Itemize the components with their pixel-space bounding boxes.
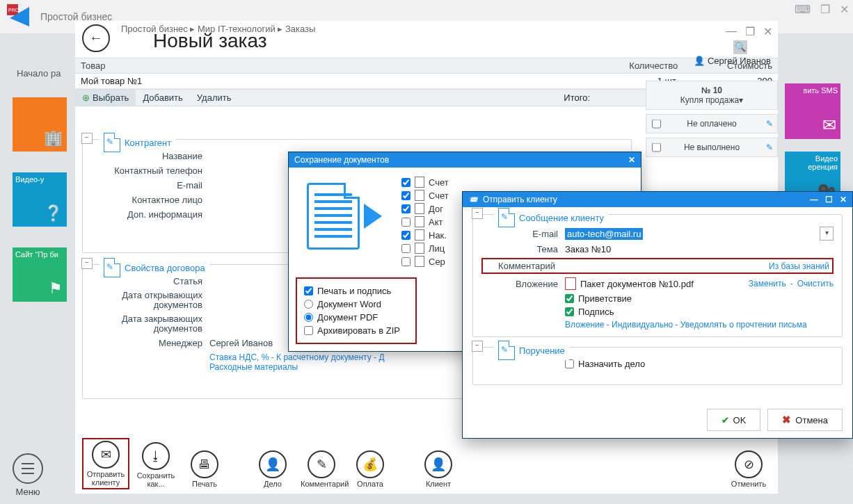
email-field[interactable]: auto-tech@mail.ru ▾ [565, 227, 834, 241]
paid-status-box[interactable]: Не оплачено ✎ [646, 114, 778, 133]
doc-item[interactable]: Лиц [401, 243, 449, 254]
print-sign-option[interactable]: Печать и подпись [304, 286, 408, 296]
action-case[interactable]: 👤Дело [252, 450, 294, 488]
order-number: № 10 [652, 86, 772, 95]
done-checkbox[interactable] [652, 143, 661, 152]
order-number-box[interactable]: № 10 Купля продажа▾ [646, 81, 778, 110]
close-icon[interactable]: ✕ [840, 195, 847, 204]
current-user[interactable]: 👤Сергей Иванов [694, 56, 771, 66]
action-send-client[interactable]: ✉Отправить клиенту [83, 439, 128, 488]
label-phone: Контактный телефон [91, 165, 202, 176]
back-button[interactable]: ← [82, 24, 110, 52]
paid-checkbox[interactable] [652, 120, 661, 129]
message-links[interactable]: Вложение - Индивидуально - Уведомлять о … [565, 320, 834, 330]
attachment-field[interactable]: Пакет документов №10.pdf Заменить - Очис… [565, 277, 834, 290]
dropdown-icon[interactable]: ▾ [820, 227, 834, 241]
doc-checkbox[interactable] [401, 244, 410, 253]
label-comment: Комментарий [486, 261, 555, 271]
greeting-checkbox[interactable] [565, 294, 574, 303]
zip-checkbox[interactable] [304, 326, 313, 335]
tile-left-1[interactable]: 🏢 [13, 97, 67, 152]
doc-item[interactable]: Счет [401, 177, 449, 188]
label-person: Контактное лицо [91, 195, 202, 205]
assign-checkbox[interactable] [565, 359, 574, 368]
action-cancel[interactable]: ⊘Отменить [728, 450, 770, 488]
tile-left-3[interactable]: Сайт "Пр би⚑ [13, 247, 67, 302]
tile-label: Видео еренция [808, 154, 838, 171]
ok-button[interactable]: ✔OK [707, 409, 761, 431]
assign-case-option[interactable]: Назначить дело [565, 359, 834, 369]
pdf-option[interactable]: Документ PDF [304, 312, 408, 323]
word-option[interactable]: Документ Word [304, 299, 408, 309]
user-icon: 👤 [694, 56, 705, 66]
maximize-icon[interactable]: ☐ [825, 195, 833, 204]
select-button[interactable]: ⊕Выбрать [75, 90, 136, 106]
add-button[interactable]: Добавить [136, 90, 189, 106]
doc-checkbox[interactable] [401, 204, 410, 213]
collapse-toggle[interactable]: − [472, 208, 483, 219]
doc-item[interactable]: Сер [401, 256, 449, 267]
doc-item[interactable]: Нак. [401, 229, 449, 241]
subject-field[interactable]: Заказ №10 [565, 244, 834, 254]
signature-checkbox[interactable] [565, 307, 574, 316]
pencil-icon: ✎ [317, 457, 327, 472]
pdf-radio[interactable] [304, 313, 313, 322]
label-open-date: Дата открывающих документов [91, 291, 202, 310]
edit-icon[interactable]: ✎ [766, 119, 773, 129]
action-pay[interactable]: 💰Оплата [349, 450, 391, 488]
cancel-button[interactable]: ✖Отмена [767, 409, 843, 431]
delete-button[interactable]: Удалить [190, 90, 239, 106]
print-sign-checkbox[interactable] [304, 286, 313, 295]
action-print[interactable]: 🖶Печать [184, 450, 225, 488]
edit-icon[interactable]: ✎ [766, 143, 773, 152]
doc-checkbox[interactable] [401, 178, 410, 187]
sms-icon: ✉ [822, 115, 836, 135]
greeting-option[interactable]: Приветствие [565, 293, 834, 304]
col-qty[interactable]: Количество [589, 58, 683, 74]
collapse-toggle[interactable]: − [81, 258, 93, 269]
close-icon[interactable]: ✕ [763, 25, 772, 38]
label-attachment: Вложение [481, 279, 558, 289]
replace-link[interactable]: Заменить [749, 279, 786, 288]
word-radio[interactable] [304, 300, 313, 309]
signature-option[interactable]: Подпись [565, 307, 834, 317]
menu-button[interactable]: Меню [13, 453, 43, 497]
doc-checkbox[interactable] [401, 191, 410, 200]
maximize-icon[interactable]: ❐ [745, 25, 755, 38]
minimize-icon[interactable]: — [726, 25, 737, 38]
action-save-as[interactable]: ⭳Сохранить как... [135, 442, 177, 488]
col-product[interactable]: Товар [75, 58, 589, 74]
dialog-title: Сохранение документов [294, 155, 389, 165]
search-button[interactable]: 🔍 [733, 40, 747, 54]
comment-row[interactable]: Комментарий Из базы знаний [481, 258, 834, 274]
fieldset-legend: Сообщение клиенту [519, 213, 604, 223]
restore-icon[interactable]: ❐ [820, 3, 830, 16]
print-icon: 🖶 [198, 457, 211, 472]
done-status-box[interactable]: Не выполнено ✎ [646, 138, 778, 157]
doc-item[interactable]: Акт [401, 216, 449, 227]
doc-checkbox[interactable] [401, 257, 410, 266]
person-icon: 👤 [265, 457, 280, 472]
tile-label: вить SMS [803, 86, 838, 95]
close-icon[interactable]: ✕ [628, 155, 635, 165]
action-comment[interactable]: ✎Комментарий [301, 450, 342, 488]
tile-right-1[interactable]: вить SMS✉ [785, 83, 840, 139]
close-icon[interactable]: ✕ [840, 3, 849, 16]
doc-item[interactable]: Счет [401, 190, 449, 201]
zip-option[interactable]: Архивировать в ZIP [304, 325, 408, 336]
knowledge-base-link[interactable]: Из базы знаний [769, 261, 829, 271]
pdf-icon [565, 277, 576, 290]
fieldset-legend: Свойства договора [125, 263, 205, 273]
doc-checkbox[interactable] [401, 231, 410, 240]
doc-item[interactable]: Дог [401, 203, 449, 214]
doc-checkbox[interactable] [401, 218, 410, 227]
main-window-controls: ⌨ ❐ ✕ [795, 3, 849, 16]
action-client[interactable]: 👤Клиент [417, 450, 459, 488]
tile-left-2[interactable]: Видео-у❔ [13, 172, 67, 227]
collapse-toggle[interactable]: − [472, 341, 483, 352]
file-icon [415, 190, 424, 201]
minimize-icon[interactable]: — [810, 195, 818, 204]
keyboard-icon[interactable]: ⌨ [795, 3, 811, 16]
clear-link[interactable]: Очистить [797, 279, 834, 288]
collapse-toggle[interactable]: − [81, 133, 93, 144]
